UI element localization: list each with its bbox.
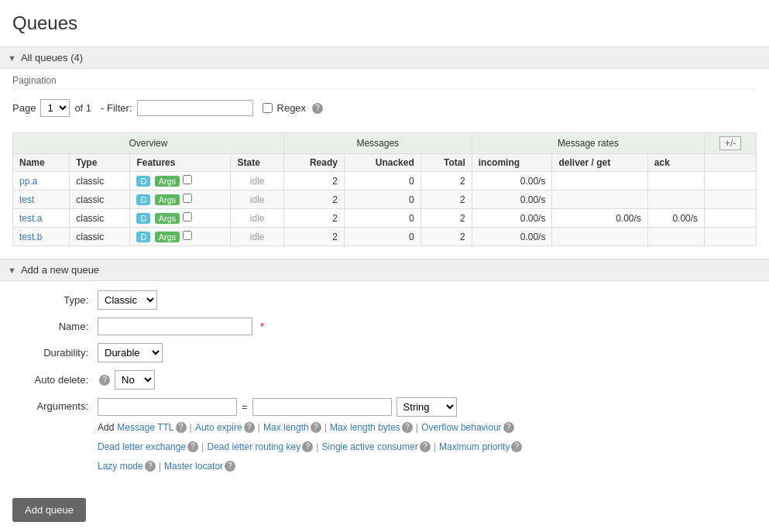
arguments-value-input[interactable] xyxy=(252,398,392,416)
table-row: test.a classic D Args idle 2 0 2 0.00/s … xyxy=(13,209,757,228)
maximum-priority-link[interactable]: Maximum priority xyxy=(439,441,510,452)
master-locator-help[interactable]: ? xyxy=(225,461,235,472)
sep6: | xyxy=(316,441,318,452)
max-length-link[interactable]: Max length xyxy=(263,422,309,433)
cell-total: 2 xyxy=(421,190,472,209)
arguments-row: Arguments: = String Number Boolean List … xyxy=(12,397,757,475)
page-select[interactable]: 1 xyxy=(40,99,70,117)
overflow-behaviour-link[interactable]: Overflow behaviour xyxy=(421,422,501,433)
cell-total: 2 xyxy=(421,172,472,190)
cell-name[interactable]: test.a xyxy=(13,209,70,228)
arguments-type-select[interactable]: String Number Boolean List xyxy=(397,397,457,417)
features-checkbox[interactable] xyxy=(183,194,192,203)
cell-deliver-get xyxy=(552,228,647,246)
cell-name[interactable]: test xyxy=(13,190,70,209)
features-checkbox[interactable] xyxy=(183,212,192,221)
group-header-row: Overview Messages Message rates +/- xyxy=(13,133,757,154)
cell-features: D Args xyxy=(130,172,231,190)
add-queue-button-container: Add queue xyxy=(0,492,769,528)
auto-expire-help[interactable]: ? xyxy=(244,422,255,433)
auto-delete-control: ? No Yes xyxy=(98,370,155,390)
durability-label: Durability: xyxy=(12,347,98,359)
collapse-arrow: ▼ xyxy=(8,53,16,63)
name-input[interactable] xyxy=(98,317,252,335)
message-ttl-link[interactable]: Message TTL xyxy=(117,422,173,433)
regex-label: Regex xyxy=(277,102,307,114)
arguments-label: Arguments: xyxy=(12,397,98,412)
cell-name[interactable]: pp.a xyxy=(13,172,70,190)
dead-letter-exchange-help[interactable]: ? xyxy=(187,441,198,452)
message-ttl-help[interactable]: ? xyxy=(176,422,187,433)
cell-ack xyxy=(647,190,704,209)
name-label: Name: xyxy=(12,321,98,332)
dead-letter-exchange-link[interactable]: Dead letter exchange xyxy=(98,441,186,452)
arguments-controls: = String Number Boolean List Add Message… xyxy=(98,397,522,475)
col-deliver-get: deliver / get xyxy=(552,154,647,172)
auto-delete-row: Auto delete: ? No Yes xyxy=(12,370,757,390)
master-locator-link[interactable]: Master locator xyxy=(164,461,223,472)
lazy-mode-help[interactable]: ? xyxy=(145,461,156,472)
cell-state: idle xyxy=(231,190,283,209)
maximum-priority-help[interactable]: ? xyxy=(511,441,522,452)
regex-help-icon[interactable]: ? xyxy=(312,103,323,114)
badge-d: D xyxy=(136,176,150,187)
plus-minus-button[interactable]: +/- xyxy=(719,136,741,150)
cell-deliver-get xyxy=(552,172,647,190)
cell-ready: 2 xyxy=(283,190,344,209)
badge-args: Args xyxy=(155,194,180,205)
add-queue-arrow: ▼ xyxy=(8,266,16,275)
arguments-input-row: = String Number Boolean List xyxy=(98,397,522,417)
max-length-help[interactable]: ? xyxy=(311,422,321,433)
cell-state: idle xyxy=(231,172,283,190)
durability-select[interactable]: Durable Transient xyxy=(98,343,163,362)
regex-checkbox[interactable] xyxy=(263,103,273,113)
plus-minus-group-header: +/- xyxy=(705,133,757,154)
messages-group-header: Messages xyxy=(283,133,472,154)
col-unacked: Unacked xyxy=(344,154,421,172)
cell-unacked: 0 xyxy=(344,228,421,246)
max-length-bytes-help[interactable]: ? xyxy=(402,422,413,433)
all-queues-section-header[interactable]: ▼ All queues (4) xyxy=(0,46,769,69)
table-row: test.b classic D Args idle 2 0 2 0.00/s xyxy=(13,228,757,246)
add-links-row3: Lazy mode ? | Master locator ? xyxy=(98,460,522,472)
lazy-mode-link[interactable]: Lazy mode xyxy=(98,461,143,472)
auto-delete-help-icon[interactable]: ? xyxy=(99,375,110,386)
cell-plus-minus xyxy=(705,228,757,246)
sep3: | xyxy=(324,421,327,433)
filter-input[interactable] xyxy=(137,100,253,116)
filter-label: - Filter: xyxy=(101,102,132,114)
all-queues-label: All queues (4) xyxy=(21,52,83,63)
badge-args: Args xyxy=(155,176,180,187)
max-length-bytes-link[interactable]: Max length bytes xyxy=(330,422,400,433)
badge-d: D xyxy=(136,232,150,242)
dead-letter-routing-key-help[interactable]: ? xyxy=(302,441,313,452)
queues-table-container: Overview Messages Message rates +/- Name… xyxy=(0,132,769,246)
col-header-row: Name Type Features State Ready Unacked T… xyxy=(13,154,757,172)
pagination-controls: Page 1 of 1 - Filter: Regex ? xyxy=(12,96,757,120)
auto-delete-select[interactable]: No Yes xyxy=(115,370,155,390)
single-active-consumer-help[interactable]: ? xyxy=(420,441,431,452)
features-checkbox[interactable] xyxy=(183,175,192,184)
cell-deliver-get xyxy=(552,190,647,209)
arguments-key-input[interactable] xyxy=(98,398,237,416)
type-select[interactable]: Classic Quorum xyxy=(98,290,157,310)
durability-row: Durability: Durable Transient xyxy=(12,343,757,362)
add-queue-button[interactable]: Add queue xyxy=(12,498,86,522)
single-active-consumer-link[interactable]: Single active consumer xyxy=(322,441,418,452)
dead-letter-routing-key-link[interactable]: Dead letter routing key xyxy=(207,441,300,452)
name-row: Name: * xyxy=(12,317,757,335)
features-checkbox[interactable] xyxy=(183,231,192,240)
type-label: Type: xyxy=(12,294,98,306)
cell-type: classic xyxy=(70,209,130,228)
overview-group-header: Overview xyxy=(13,133,284,154)
queues-table: Overview Messages Message rates +/- Name… xyxy=(12,132,757,246)
add-queue-section-header[interactable]: ▼ Add a new queue xyxy=(0,259,769,281)
table-row: pp.a classic D Args idle 2 0 2 0.00/s xyxy=(13,172,757,190)
type-control: Classic Quorum xyxy=(98,290,157,310)
overflow-behaviour-help[interactable]: ? xyxy=(503,422,514,433)
auto-expire-link[interactable]: Auto expire xyxy=(195,422,242,433)
col-ready: Ready xyxy=(283,154,344,172)
page-header: Queues xyxy=(0,0,769,46)
required-star: * xyxy=(260,321,264,332)
cell-name[interactable]: test.b xyxy=(13,228,70,246)
